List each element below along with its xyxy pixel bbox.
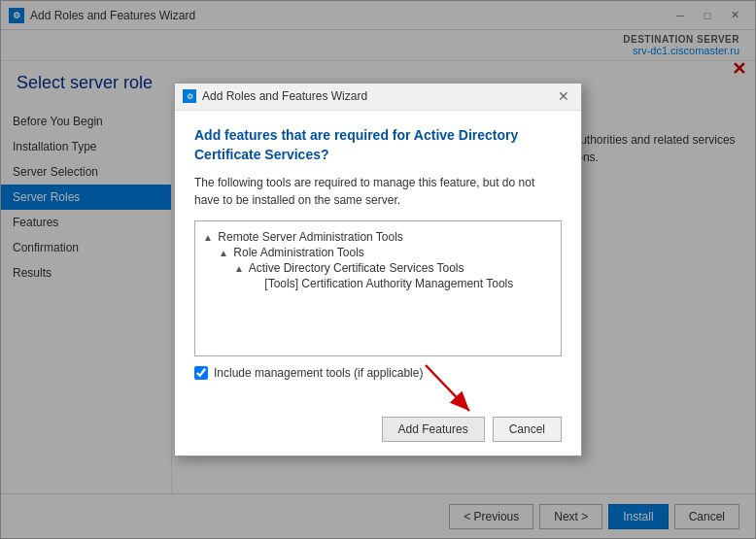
modal-description: The following tools are required to mana… bbox=[194, 174, 562, 209]
tree-toggle-1: ▲ bbox=[219, 248, 230, 258]
modal-icon: ⚙ bbox=[183, 89, 196, 103]
tree-label-2: Active Directory Certificate Services To… bbox=[249, 261, 464, 275]
tree-toggle-0: ▲ bbox=[203, 232, 215, 243]
tree-label-3: [Tools] Certification Authority Manageme… bbox=[264, 277, 513, 290]
tree-item-2: ▲ Active Directory Certificate Services … bbox=[203, 260, 553, 276]
tree-item-3: [Tools] Certification Authority Manageme… bbox=[203, 276, 553, 291]
tree-label-1: Role Administration Tools bbox=[233, 246, 364, 259]
tree-toggle-2: ▲ bbox=[234, 263, 246, 274]
add-features-button[interactable]: Add Features bbox=[382, 417, 485, 442]
modal-title: Add Roles and Features Wizard bbox=[202, 89, 367, 103]
modal-footer: Add Features Cancel bbox=[175, 409, 581, 455]
modal-overlay: ⚙ Add Roles and Features Wizard ✕ Add fe… bbox=[0, 0, 756, 539]
modal-close-button[interactable]: ✕ bbox=[554, 88, 573, 104]
modal-title-bar: ⚙ Add Roles and Features Wizard ✕ bbox=[175, 84, 581, 111]
feature-tree: ▲ Remote Server Administration Tools ▲ R… bbox=[194, 220, 562, 356]
add-features-modal: ⚙ Add Roles and Features Wizard ✕ Add fe… bbox=[174, 83, 582, 456]
tree-item-0: ▲ Remote Server Administration Tools bbox=[203, 229, 553, 245]
tree-label-0: Remote Server Administration Tools bbox=[218, 230, 403, 244]
modal-heading: Add features that are required for Activ… bbox=[194, 126, 562, 164]
modal-body: Add features that are required for Activ… bbox=[175, 111, 581, 409]
management-tools-checkbox[interactable] bbox=[194, 366, 208, 380]
modal-cancel-button[interactable]: Cancel bbox=[493, 417, 562, 442]
checkbox-label: Include management tools (if applicable) bbox=[214, 366, 423, 380]
checkbox-row: Include management tools (if applicable) bbox=[194, 366, 562, 380]
tree-item-1: ▲ Role Administration Tools bbox=[203, 245, 553, 260]
modal-title-left: ⚙ Add Roles and Features Wizard bbox=[183, 89, 367, 103]
